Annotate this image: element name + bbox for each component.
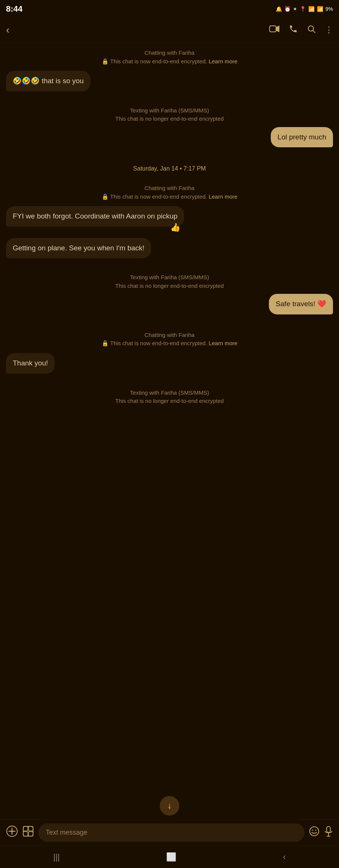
bubble-1: 🤣🤣🤣 that is so you xyxy=(6,71,90,91)
message-row-5: Safe travels! ❤️ xyxy=(6,294,333,314)
svg-point-12 xyxy=(310,827,319,836)
lock-icon-2: 🔒 xyxy=(102,193,109,200)
nav-bar: ||| ⬜ ‹ xyxy=(0,846,339,868)
learn-more-link-1[interactable]: Learn more xyxy=(208,58,237,64)
status-time: 8:44 xyxy=(6,4,22,14)
sms-notice-1: Texting with Fariha (SMS/MMS) This chat … xyxy=(6,103,333,127)
nav-back[interactable]: ‹ xyxy=(283,852,286,862)
message-row-2: Lol pretty much xyxy=(6,127,333,148)
emoji-button[interactable] xyxy=(309,826,320,839)
status-bar: 8:44 🔔 ⏰ ✴ 📍 📶 📶 9% xyxy=(0,0,339,16)
bubble-6: Thank you! xyxy=(6,353,55,374)
scroll-down-icon: ↓ xyxy=(168,801,172,811)
toolbar-actions: ⋮ xyxy=(269,24,333,36)
date-separator: Saturday, Jan 14 • 7:17 PM xyxy=(6,159,333,179)
mic-button[interactable] xyxy=(324,826,333,839)
svg-rect-9 xyxy=(28,826,33,831)
bubble-4: Getting on plane. See you when I'm back! xyxy=(6,238,151,259)
encryption-text-2: 🔒 This chat is now end-to-end encrypted.… xyxy=(9,193,330,201)
back-button[interactable]: ‹ xyxy=(6,24,9,36)
wifi-icon: 📶 xyxy=(308,6,315,12)
svg-rect-10 xyxy=(23,832,28,836)
encryption-notice-1: Chatting with Fariha 🔒 This chat is now … xyxy=(6,43,333,71)
encryption-notice-2: Chatting with Fariha 🔒 This chat is now … xyxy=(6,179,333,206)
svg-point-14 xyxy=(315,830,316,831)
signal-icon: 📶 xyxy=(317,6,323,12)
svg-rect-15 xyxy=(327,826,330,832)
chatting-with-label-1: Chatting with Fariha xyxy=(9,49,330,57)
chatting-with-label-2: Chatting with Fariha xyxy=(9,184,330,193)
svg-rect-8 xyxy=(23,826,28,831)
scroll-to-bottom-button[interactable]: ↓ xyxy=(160,796,179,816)
learn-more-link-3[interactable]: Learn more xyxy=(208,340,237,346)
alarm-icon: 🔔 xyxy=(276,6,282,12)
status-icons: 🔔 ⏰ ✴ 📍 📶 📶 9% xyxy=(276,6,333,12)
message-row-4: Getting on plane. See you when I'm back! xyxy=(6,238,333,259)
phone-icon[interactable] xyxy=(289,24,298,36)
search-icon[interactable] xyxy=(307,24,316,36)
sms-notice-3: Texting with Fariha (SMS/MMS) This chat … xyxy=(6,385,333,409)
svg-line-3 xyxy=(313,30,315,33)
chatting-with-label-3: Chatting with Fariha xyxy=(9,331,330,340)
lock-icon-3: 🔒 xyxy=(102,340,109,346)
bubble-2: Lol pretty much xyxy=(271,127,333,148)
chat-area: Chatting with Fariha 🔒 This chat is now … xyxy=(0,43,339,484)
battery-label: 9% xyxy=(326,6,333,12)
svg-rect-7 xyxy=(23,826,33,836)
input-bar xyxy=(0,819,339,846)
encryption-text-1: 🔒 This chat is now end-to-end encrypted.… xyxy=(9,57,330,66)
bubble-3: FYI we both forgot. Coordinate with Aaro… xyxy=(6,206,184,227)
nav-recent-apps[interactable]: ||| xyxy=(53,852,60,862)
svg-point-13 xyxy=(312,830,314,831)
encryption-notice-3: Chatting with Fariha 🔒 This chat is now … xyxy=(6,326,333,353)
more-options-icon[interactable]: ⋮ xyxy=(325,25,333,35)
svg-rect-0 xyxy=(270,26,276,32)
svg-rect-11 xyxy=(28,832,33,836)
message-row-6: Thank you! xyxy=(6,353,333,374)
add-attachment-button[interactable] xyxy=(6,825,18,840)
gallery-button[interactable] xyxy=(22,826,34,840)
message-row-1: 🤣🤣🤣 that is so you xyxy=(6,71,333,91)
message-row-3: FYI we both forgot. Coordinate with Aaro… xyxy=(6,206,333,234)
video-call-icon[interactable] xyxy=(269,25,280,35)
nav-home[interactable]: ⬜ xyxy=(166,852,176,862)
location-icon: 📍 xyxy=(300,6,306,12)
encryption-text-3: 🔒 This chat is now end-to-end encrypted.… xyxy=(9,339,330,348)
message-input[interactable] xyxy=(38,823,304,842)
sms-notice-2: Texting with Fariha (SMS/MMS) This chat … xyxy=(6,269,333,294)
svg-marker-1 xyxy=(276,25,279,32)
toolbar: ‹ ⋮ xyxy=(0,16,339,43)
lock-icon-1: 🔒 xyxy=(102,58,109,64)
bluetooth-icon: ✴ xyxy=(293,6,297,12)
bubble-5: Safe travels! ❤️ xyxy=(269,294,333,314)
learn-more-link-2[interactable]: Learn more xyxy=(208,193,237,200)
clock-icon: ⏰ xyxy=(284,6,291,12)
reaction-thumbs-up: 👍 xyxy=(170,222,180,233)
